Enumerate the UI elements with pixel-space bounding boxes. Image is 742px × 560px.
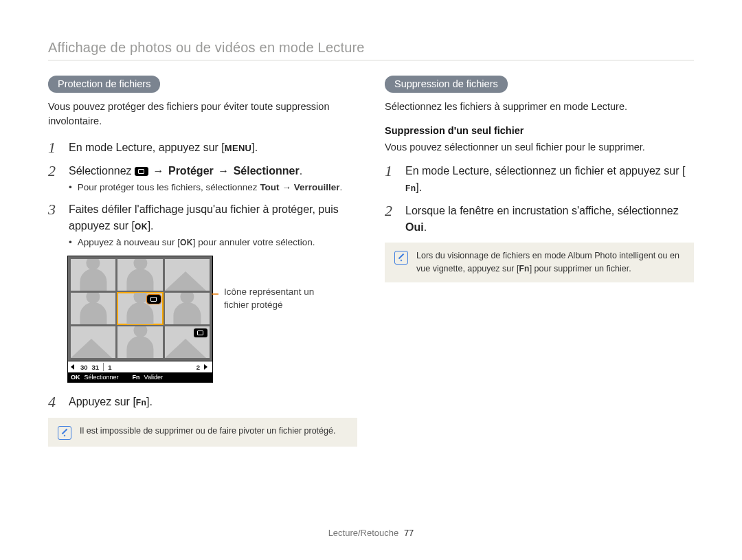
step1-text-a: En mode Lecture, appuyez sur [	[69, 142, 225, 153]
chevron-right-icon	[204, 364, 210, 370]
protection-intro: Vous pouvez protéger des fichiers pour é…	[48, 100, 357, 128]
thumbnail	[71, 259, 115, 291]
protection-step-3: 3 Faites défiler l'affichage jusqu'au fi…	[48, 201, 357, 249]
step4-text-b: ].	[146, 396, 153, 407]
bar-fn-label: Valider	[144, 374, 163, 381]
thumbnail	[117, 326, 162, 358]
section-title-protection: Protection de fichiers	[48, 76, 160, 93]
thumbnail	[165, 293, 210, 324]
protection-step-2: 2 Sélectionnez → Protéger → Sélectionner…	[48, 163, 357, 194]
step2-bullet-a: Pour protéger tous les fichiers, sélecti…	[78, 182, 260, 192]
page-breadcrumb: Affichage de photos ou de vidéos en mode…	[48, 40, 694, 56]
thumbnail-selected	[117, 293, 162, 324]
r-step2-oui: Oui	[405, 221, 424, 233]
bar-ok-label: Sélectionner	[85, 374, 119, 381]
divider	[103, 363, 104, 371]
step2-bullet-tout: Tout	[260, 182, 279, 192]
fn-key: Fn	[519, 262, 529, 275]
step3-bullet-b: ] pour annuler votre sélection.	[193, 237, 315, 247]
thumbnail	[71, 326, 115, 358]
step3-text-b: ].	[148, 220, 154, 232]
step-number: 2	[385, 203, 397, 236]
footer-section: Lecture/Retouche	[328, 528, 399, 538]
menu-key: MENU	[225, 142, 251, 155]
step4-text-a: Appuyez sur [	[69, 396, 136, 407]
suppression-intro: Sélectionnez les fichiers à supprimer en…	[385, 100, 694, 114]
date-31: 31	[92, 363, 100, 371]
step2-bullet-verrouiller: Verrouiller	[294, 182, 340, 192]
note-text-right: Lors du visionnage de fichiers en mode A…	[416, 249, 684, 276]
header-rule	[48, 60, 694, 60]
thumbnail	[71, 293, 115, 324]
action-bar: OK Sélectionner Fn Valider	[68, 372, 212, 382]
step2-text-a: Sélectionnez	[69, 165, 135, 177]
step1-text-b: ].	[251, 142, 258, 153]
step3-text-a: Faites défiler l'affichage jusqu'au fich…	[69, 203, 339, 232]
step2-selectionner: Sélectionner	[234, 165, 300, 177]
suppression-step-1: 1 En mode Lecture, sélectionnez un fichi…	[385, 163, 694, 196]
protection-step-1: 1 En mode Lecture, appuyez sur [MENU].	[48, 139, 357, 156]
note-icon	[58, 426, 71, 440]
protection-step-4: 4 Appuyez sur [Fn].	[48, 394, 357, 410]
fn-key: Fn	[405, 182, 416, 194]
ok-key: OK	[135, 221, 148, 233]
arrow-2: →	[214, 165, 234, 177]
step-number: 3	[48, 201, 60, 249]
section-title-suppression: Suppression de fichiers	[385, 76, 508, 93]
date-bar: 30 31 1 2	[68, 361, 212, 372]
ok-key-2: OK	[180, 237, 193, 249]
lock-icon	[194, 328, 207, 337]
arrow-1: →	[148, 165, 168, 177]
callout-connector: Icône représentant un fichier protégé	[224, 256, 341, 312]
date-2: 2	[196, 363, 200, 371]
step2-bullet-tail: .	[339, 182, 342, 192]
chevron-left-icon	[71, 364, 76, 370]
camera-screen: 30 31 1 2 OK Sélectionner Fn	[67, 256, 213, 383]
date-30: 30	[80, 363, 88, 371]
note-text-left: Il est impossible de supprimer ou de fai…	[80, 425, 335, 438]
step-number: 2	[48, 163, 60, 194]
thumbnail	[165, 326, 210, 358]
note-box-right: Lors du visionnage de fichiers en mode A…	[385, 243, 694, 282]
r-step2-text-a: Lorsque la fenêtre en incrustation s'aff…	[405, 205, 679, 216]
step2-text-d: .	[300, 165, 302, 177]
r-note-b: ] pour supprimer un fichier.	[530, 264, 631, 273]
callout-label: Icône représentant un fichier protégé	[224, 286, 341, 312]
fn-key: Fn	[136, 396, 146, 409]
note-box-left: Il est impossible de supprimer ou de fai…	[48, 418, 357, 447]
r-step1-text-b: ].	[416, 181, 422, 193]
bar-fn-key: Fn	[133, 374, 140, 381]
step-number: 1	[48, 139, 60, 156]
subheading-single-delete: Suppression d'un seul fichier	[385, 125, 694, 136]
subintro-single-delete: Vous pouvez sélectionner un seul fichier…	[385, 140, 694, 155]
date-1: 1	[108, 363, 111, 371]
thumbnail	[117, 259, 162, 291]
step2-bullet-arrow: →	[280, 182, 294, 192]
step3-bullet-a: Appuyez à nouveau sur [	[78, 237, 180, 247]
note-icon	[394, 251, 408, 265]
screen-illustration: 30 31 1 2 OK Sélectionner Fn	[67, 256, 357, 383]
step2-proteger: Protéger	[168, 165, 214, 177]
r-step1-text-a: En mode Lecture, sélectionnez un fichier…	[405, 165, 685, 177]
suppression-step-2: 2 Lorsque la fenêtre en incrustation s'a…	[385, 203, 694, 236]
page-footer: Lecture/Retouche 77	[0, 528, 742, 538]
r-step2-text-b: .	[424, 221, 427, 233]
step-number: 4	[48, 394, 60, 410]
folder-settings-icon	[135, 167, 148, 176]
footer-page-number: 77	[404, 528, 414, 538]
thumbnail	[165, 259, 210, 291]
lock-icon	[147, 295, 161, 304]
step-number: 1	[385, 163, 397, 196]
bar-ok-key: OK	[71, 374, 80, 381]
